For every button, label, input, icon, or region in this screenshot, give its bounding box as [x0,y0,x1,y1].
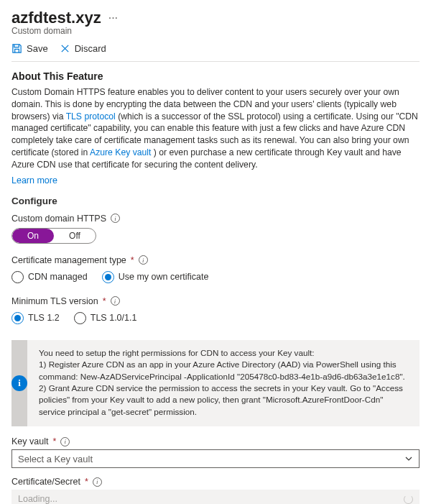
save-label: Save [27,43,48,54]
required-marker: * [103,296,106,306]
radio-own-certificate[interactable]: Use my own certificate [102,271,209,283]
info-icon[interactable]: i [111,296,120,306]
radio-circle-selected [11,312,24,324]
alert-line-0: You need to setup the right permissions … [39,347,411,359]
keyvault-permission-alert: i You need to setup the right permission… [11,340,420,426]
save-button[interactable]: Save [11,43,48,54]
alert-line-1: 1) Register Azure CDN as an app in your … [39,359,411,382]
radio-cdn-managed[interactable]: CDN managed [11,271,88,283]
cert-mgmt-label: Certificate management type [11,255,126,265]
more-actions-button[interactable]: ··· [108,12,118,24]
radio-circle-selected [102,271,114,283]
configure-heading: Configure [11,196,420,206]
learn-more-link[interactable]: Learn more [11,175,57,185]
spinner-icon [404,495,413,504]
certsecret-select: Loading... [11,490,420,504]
tls-label: Minimum TLS version [11,296,98,306]
https-label: Custom domain HTTPS [11,214,106,224]
required-marker: * [85,477,88,487]
discard-button[interactable]: Discard [60,43,106,54]
toggle-on: On [12,229,54,243]
discard-icon [60,43,70,54]
radio-label: TLS 1.0/1.1 [91,313,137,323]
info-icon[interactable]: i [93,477,102,487]
radio-label: CDN managed [28,272,88,282]
cert-mgmt-radio-group: CDN managed Use my own certificate [11,271,420,283]
certsecret-label: Certificate/Secret [11,477,80,487]
discard-label: Discard [75,43,106,54]
chevron-down-icon [404,454,413,463]
radio-circle [74,312,86,324]
https-toggle[interactable]: On Off [11,228,96,244]
info-icon[interactable]: i [111,214,120,223]
info-icon[interactable]: i [139,255,148,265]
radio-circle [11,271,24,283]
about-text: Custom Domain HTTPS feature enables you … [11,86,420,171]
azure-key-vault-link[interactable]: Azure Key vault [90,147,151,157]
radio-label: TLS 1.2 [28,313,60,323]
keyvault-placeholder: Select a Key vault [18,454,93,464]
keyvault-select[interactable]: Select a Key vault [11,449,420,468]
divider [11,61,420,62]
certsecret-placeholder: Loading... [18,494,57,504]
page-title: azfdtest.xyz [11,9,101,27]
alert-line-2: 2) Grant Azure CDN service the permissio… [39,382,411,418]
radio-tls-10-11[interactable]: TLS 1.0/1.1 [74,312,137,324]
tls-radio-group: TLS 1.2 TLS 1.0/1.1 [11,312,420,324]
page-subtitle: Custom domain [11,26,420,36]
about-heading: About This Feature [11,70,420,82]
info-badge: i [11,340,27,426]
info-icon[interactable]: i [60,437,70,446]
keyvault-label: Key vault [11,436,48,446]
required-marker: * [131,255,134,265]
tls-protocol-link[interactable]: TLS protocol [66,111,116,122]
toggle-off: Off [54,229,96,243]
required-marker: * [52,436,56,446]
radio-label: Use my own certificate [119,272,209,282]
save-icon [11,43,22,54]
radio-tls-12[interactable]: TLS 1.2 [11,312,60,324]
